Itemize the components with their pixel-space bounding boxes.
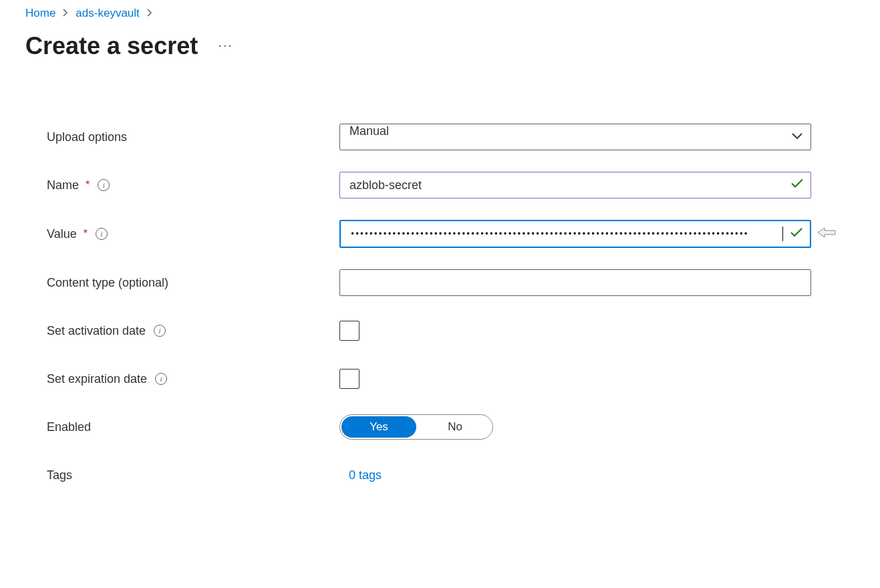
enabled-toggle: Yes No bbox=[339, 414, 493, 440]
info-icon[interactable]: i bbox=[155, 373, 167, 385]
check-icon bbox=[790, 178, 804, 192]
name-input[interactable]: azblob-secret bbox=[339, 172, 811, 198]
enabled-no-option[interactable]: No bbox=[418, 415, 492, 439]
chevron-right-icon bbox=[62, 8, 69, 19]
activation-date-checkbox[interactable] bbox=[339, 321, 359, 341]
required-marker: * bbox=[86, 179, 90, 191]
info-icon[interactable]: i bbox=[154, 325, 166, 337]
content-type-label: Content type (optional) bbox=[47, 276, 339, 290]
activation-date-label: Set activation date i bbox=[47, 324, 339, 338]
more-menu-button[interactable]: ··· bbox=[218, 37, 233, 55]
value-input-masked: ••••••••••••••••••••••••••••••••••••••••… bbox=[350, 229, 782, 239]
page-title: Create a secret bbox=[25, 32, 198, 60]
expiration-date-label: Set expiration date i bbox=[47, 372, 339, 386]
upload-options-select[interactable]: Manual bbox=[339, 124, 811, 150]
tags-label: Tags bbox=[47, 468, 339, 482]
check-icon bbox=[790, 227, 803, 241]
tags-link[interactable]: 0 tags bbox=[339, 468, 382, 482]
enabled-label: Enabled bbox=[47, 420, 339, 434]
content-type-input[interactable] bbox=[339, 269, 811, 296]
chevron-right-icon bbox=[146, 8, 153, 19]
upload-options-label: Upload options bbox=[47, 130, 339, 144]
expiration-date-checkbox[interactable] bbox=[339, 369, 359, 389]
required-marker: * bbox=[84, 228, 88, 240]
breadcrumb: Home ads-keyvault bbox=[25, 7, 880, 20]
name-input-value: azblob-secret bbox=[349, 178, 422, 192]
create-secret-form: Upload options Manual Name * i azblob-se… bbox=[25, 124, 867, 488]
breadcrumb-keyvault[interactable]: ads-keyvault bbox=[76, 7, 139, 20]
value-input[interactable]: ••••••••••••••••••••••••••••••••••••••••… bbox=[339, 220, 811, 248]
breadcrumb-home[interactable]: Home bbox=[25, 7, 55, 20]
enabled-yes-option[interactable]: Yes bbox=[341, 416, 416, 438]
info-icon[interactable]: i bbox=[98, 179, 110, 191]
value-label: Value * i bbox=[47, 227, 339, 241]
info-icon[interactable]: i bbox=[96, 228, 108, 240]
arrow-left-icon bbox=[817, 227, 837, 241]
name-label: Name * i bbox=[47, 178, 339, 192]
